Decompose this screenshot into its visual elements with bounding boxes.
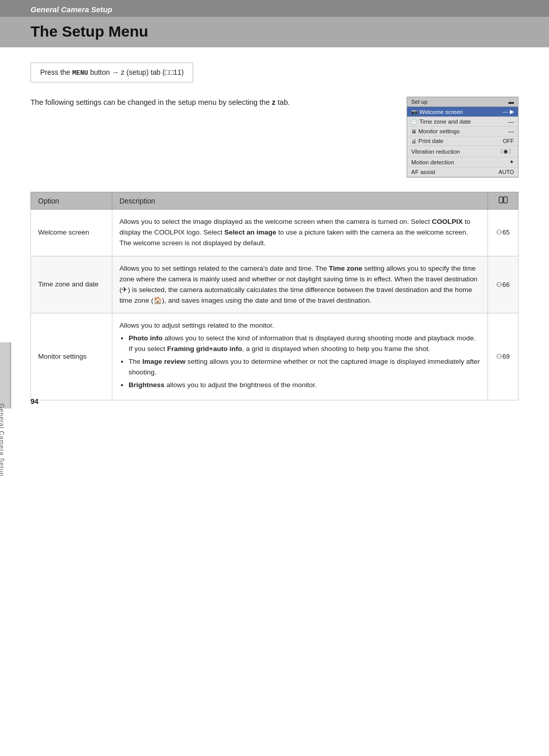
description-welcome: Allows you to select the image displayed… (112, 210, 488, 256)
table-row-monitor: Monitor settings Allows you to adjust se… (31, 313, 518, 400)
menu-row-value-vibration: 〔◉〕 (498, 148, 514, 155)
menu-header-left: Set up (411, 99, 428, 105)
menu-row-label-motion: Motion detection (411, 159, 454, 165)
book-icon (499, 196, 508, 203)
ref-monitor: ⚇69 (488, 313, 518, 400)
time-zone-label: Time zone (329, 265, 362, 272)
col-header-description: Description (112, 192, 488, 210)
monitor-icon: 🖥 (411, 129, 416, 134)
menu-row-value-motion: ✦ (509, 159, 514, 165)
menu-row-label-monitor: 🖥 Monitor settings (411, 128, 460, 134)
instruction-middle: button → z (setup) tab ( (88, 68, 165, 76)
page-title-bar: The Setup Menu (0, 17, 549, 47)
menu-row-label-vibration: Vibration reduction (411, 149, 460, 155)
z-tab-ref: z (272, 98, 276, 106)
page-title: The Setup Menu (30, 23, 518, 40)
side-label: General Camera Setup (0, 403, 5, 476)
option-welcome: Welcome screen (31, 210, 112, 256)
menu-row-value-welcome: — ▶ (503, 108, 514, 115)
menu-row-value-monitor: — (508, 128, 514, 134)
menu-row-value-print: OFF (503, 138, 514, 144)
table-row-welcome: Welcome screen Allows you to select the … (31, 210, 518, 256)
section-label: General Camera Setup (30, 5, 112, 14)
menu-header: Set up ▬ (407, 97, 518, 107)
intro-text: The following settings can be changed in… (30, 97, 391, 108)
image-review-label: Image review (142, 358, 186, 365)
menu-row-value-timezone: — (508, 119, 514, 125)
brightness-label: Brightness (129, 381, 165, 389)
menu-instruction-box: Press the MENU button → z (setup) tab (□… (30, 63, 193, 82)
menu-row-monitor: 🖥 Monitor settings — (407, 127, 518, 136)
svg-rect-0 (499, 197, 503, 203)
coolpix-label: COOLPIX (432, 218, 463, 225)
svg-rect-1 (504, 197, 507, 203)
framing-grid-label: Framing grid+auto info (167, 345, 242, 353)
menu-row-vibration: Vibration reduction 〔◉〕 (407, 146, 518, 157)
ref-timezone: ⚇66 (488, 256, 518, 313)
menu-row-value-af: AUTO (499, 169, 514, 175)
page-number: 94 (30, 397, 39, 405)
col-header-ref (488, 192, 518, 210)
option-timezone: Time zone and date (31, 256, 112, 313)
menu-keyword: MENU (72, 69, 88, 77)
header-bar: General Camera Setup (0, 0, 549, 17)
menu-row-label-welcome: 📷 Welcome screen (411, 109, 463, 115)
menu-header-right: ▬ (508, 99, 514, 105)
menu-row-label-print: 🖨 Print date (411, 138, 443, 144)
bullet-brightness: Brightness allows you to adjust the brig… (129, 380, 480, 391)
menu-row-welcome: 📷 Welcome screen — ▶ (407, 107, 518, 117)
menu-row-motion: Motion detection ✦ (407, 157, 518, 167)
menu-row-timezone: 🕐 Time zone and date — (407, 117, 518, 127)
clock-icon: 🕐 (411, 119, 417, 125)
bullet-photo-info: Photo info allows you to select the kind… (129, 333, 480, 355)
print-icon: 🖨 (411, 138, 416, 144)
page-ref: □□11 (165, 68, 181, 76)
option-monitor: Monitor settings (31, 313, 112, 400)
select-image-label: Select an image (224, 228, 276, 236)
intro-area: The following settings can be changed in… (30, 97, 518, 178)
side-tab (0, 342, 11, 409)
monitor-bullets: Photo info allows you to select the kind… (129, 333, 480, 391)
options-table: Option Description Welcome screen Allows… (30, 192, 518, 400)
ref-welcome: ⚇65 (488, 210, 518, 256)
table-row-timezone: Time zone and date Allows you to set set… (31, 256, 518, 313)
camera-icon: 📷 (411, 109, 417, 114)
menu-row-label-timezone: 🕐 Time zone and date (411, 119, 471, 125)
main-content: General Camera Setup Press the MENU butt… (0, 47, 549, 421)
menu-row-af: AF assist AUTO (407, 167, 518, 177)
col-header-option: Option (31, 192, 112, 210)
description-timezone: Allows you to set settings related to th… (112, 256, 488, 313)
photo-info-label: Photo info (129, 334, 163, 342)
camera-menu-mockup: Set up ▬ 📷 Welcome screen — ▶ 🕐 Time zon… (407, 97, 518, 178)
bullet-image-review: The Image review setting allows you to d… (129, 357, 480, 378)
menu-row-print: 🖨 Print date OFF (407, 136, 518, 146)
description-monitor: Allows you to adjust settings related to… (112, 313, 488, 400)
menu-row-label-af: AF assist (411, 169, 435, 175)
instruction-prefix: Press the (40, 68, 72, 76)
